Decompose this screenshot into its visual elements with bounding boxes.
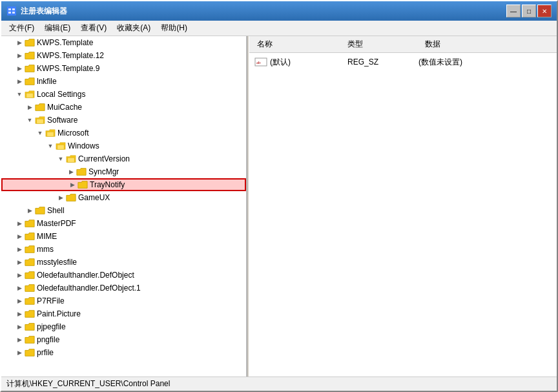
minimize-button[interactable]: —	[506, 5, 521, 17]
tree-node-gameux[interactable]: ▶ GameUX	[1, 191, 246, 204]
folder-icon-shell	[35, 205, 45, 216]
expand-muicache[interactable]: ▶	[25, 102, 35, 112]
expand-gameux[interactable]: ▶	[56, 192, 66, 203]
expand-p7rfile[interactable]: ▶	[14, 296, 25, 306]
tree-node-msstylesfile[interactable]: ▶ msstylesfile	[1, 256, 246, 269]
svg-text:ab: ab	[256, 60, 261, 65]
right-panel: 名称 类型 数据 ab (默认) REG_SZ (数值未设置)	[249, 36, 557, 377]
node-label-pngfile: pngfile	[37, 333, 59, 346]
expand-masterpdf[interactable]: ▶	[14, 218, 25, 229]
close-button[interactable]: ✕	[537, 5, 552, 17]
expand-currentversion[interactable]: ▼	[56, 154, 66, 164]
expand-traynotify[interactable]: ▶	[67, 180, 78, 190]
tree-node-windows[interactable]: ▼ Windows	[1, 139, 246, 152]
expand-windows[interactable]: ▼	[45, 141, 56, 151]
header-name: 名称	[254, 37, 345, 51]
expand-msstylesfile[interactable]: ▶	[14, 257, 25, 267]
expand-oledefault-defobject1[interactable]: ▶	[14, 283, 25, 293]
folder-icon-local-settings	[25, 89, 35, 99]
tree-node-kwps-template9[interactable]: ▶ KWPS.Template.9	[1, 62, 246, 75]
menu-file[interactable]: 文件(F)	[4, 21, 39, 35]
tree-node-shell[interactable]: ▶ Shell	[1, 204, 246, 217]
folder-icon-msstylesfile	[25, 257, 35, 267]
tree-node-oledefault-defobject[interactable]: ▶ Oledefaulthandler.DefObject	[1, 269, 246, 282]
tree-node-currentversion[interactable]: ▼ CurrentVersion	[1, 152, 246, 165]
header-data: 数据	[422, 37, 552, 51]
node-label-software: Software	[47, 114, 78, 127]
expand-prfile[interactable]: ▶	[14, 347, 25, 358]
title-bar: 注册表编辑器 — □ ✕	[1, 1, 557, 21]
folder-icon-mime	[25, 231, 35, 242]
node-label-traynotify: TrayNotify	[90, 178, 125, 191]
registry-editor-window: 注册表编辑器 — □ ✕ 文件(F) 编辑(E) 查看(V) 收藏夹(A) 帮助…	[0, 0, 558, 392]
folder-icon-muicache	[35, 102, 45, 112]
status-bar: 计算机\HKEY_CURRENT_USER\Control Panel	[1, 377, 557, 391]
reg-value-icon: ab	[254, 57, 267, 67]
expand-pjpegfile[interactable]: ▶	[14, 322, 25, 332]
tree-node-oledefault-defobject1[interactable]: ▶ Oledefaulthandler.DefObject.1	[1, 282, 246, 294]
svg-rect-0	[7, 6, 16, 15]
window-title: 注册表编辑器	[21, 6, 67, 17]
expand-mime[interactable]: ▶	[14, 231, 25, 242]
expand-lnkfile[interactable]: ▶	[14, 76, 25, 87]
folder-icon-currentversion	[66, 154, 76, 164]
folder-icon-masterpdf	[25, 218, 35, 229]
folder-icon-kwps-template12	[25, 50, 35, 61]
node-label-local-settings: Local Settings	[37, 88, 85, 101]
folder-icon-kwps-template9	[25, 63, 35, 74]
maximize-button[interactable]: □	[522, 5, 536, 17]
menu-favorites[interactable]: 收藏夹(A)	[112, 21, 156, 35]
expand-kwps-template[interactable]: ▶	[14, 37, 25, 48]
folder-icon-kwps-template	[25, 37, 35, 48]
node-label-paint-picture: Paint.Picture	[37, 307, 81, 320]
node-label-pjpegfile: pjpegfile	[37, 320, 66, 333]
tree-node-software[interactable]: ▼ Software	[1, 114, 246, 127]
tree-node-traynotify[interactable]: ▶ TrayNotify	[1, 178, 246, 191]
tree-node-kwps-template12[interactable]: ▶ KWPS.Template.12	[1, 49, 246, 62]
tree-node-mime[interactable]: ▶ MIME	[1, 230, 246, 243]
expand-paint-picture[interactable]: ▶	[14, 309, 25, 319]
tree-node-prfile[interactable]: ▶ prfile	[1, 346, 246, 359]
expand-software[interactable]: ▼	[25, 115, 35, 125]
title-bar-left: 注册表编辑器	[6, 6, 67, 17]
expand-mms[interactable]: ▶	[14, 244, 25, 254]
node-label-currentversion: CurrentVersion	[78, 152, 130, 165]
menu-view[interactable]: 查看(V)	[76, 21, 112, 35]
expand-syncmgr[interactable]: ▶	[66, 167, 76, 177]
tree-node-muicache[interactable]: ▶ MuiCache	[1, 101, 246, 114]
node-label-msstylesfile: msstylesfile	[37, 256, 77, 269]
menu-edit[interactable]: 编辑(E)	[39, 21, 76, 35]
node-label-kwps-template9: KWPS.Template.9	[37, 62, 99, 75]
tree-node-paint-picture[interactable]: ▶ Paint.Picture	[1, 307, 246, 320]
folder-icon-traynotify	[78, 180, 88, 190]
menu-help[interactable]: 帮助(H)	[156, 21, 192, 35]
node-label-oledefault-defobject1: Oledefaulthandler.DefObject.1	[37, 282, 141, 294]
node-label-lnkfile: lnkfile	[37, 75, 57, 88]
tree-node-pngfile[interactable]: ▶ pngfile	[1, 333, 246, 346]
registry-row-default[interactable]: ab (默认) REG_SZ (数值未设置)	[252, 56, 554, 68]
expand-oledefault-defobject[interactable]: ▶	[14, 270, 25, 280]
expand-local-settings[interactable]: ▼	[14, 89, 25, 99]
svg-rect-3	[8, 12, 11, 14]
tree-panel[interactable]: ▶ KWPS.Template ▶ KWPS.Template.12 ▶	[1, 36, 247, 377]
node-label-syncmgr: SyncMgr	[88, 165, 119, 178]
right-panel-header: 名称 类型 数据	[249, 36, 557, 53]
folder-icon-microsoft	[45, 128, 56, 138]
tree-node-masterpdf[interactable]: ▶ MasterPDF	[1, 217, 246, 230]
expand-pngfile[interactable]: ▶	[14, 335, 25, 345]
tree-node-p7rfile[interactable]: ▶ P7RFile	[1, 294, 246, 307]
tree-node-kwps-template[interactable]: ▶ KWPS.Template	[1, 36, 246, 49]
tree-node-mms[interactable]: ▶ mms	[1, 243, 246, 256]
tree-node-local-settings[interactable]: ▼ Local Settings	[1, 88, 246, 101]
tree-node-lnkfile[interactable]: ▶ lnkfile	[1, 75, 246, 88]
tree-node-microsoft[interactable]: ▼ Microsoft	[1, 127, 246, 139]
node-label-prfile: prfile	[37, 346, 54, 359]
tree-node-pjpegfile[interactable]: ▶ pjpegfile	[1, 320, 246, 333]
folder-icon-software	[35, 115, 45, 125]
expand-shell[interactable]: ▶	[25, 205, 35, 216]
tree-node-syncmgr[interactable]: ▶ SyncMgr	[1, 165, 246, 178]
expand-kwps-template12[interactable]: ▶	[14, 50, 25, 61]
expand-microsoft[interactable]: ▼	[35, 128, 45, 138]
menu-bar: 文件(F) 编辑(E) 查看(V) 收藏夹(A) 帮助(H)	[1, 21, 557, 36]
expand-kwps-template9[interactable]: ▶	[14, 63, 25, 74]
